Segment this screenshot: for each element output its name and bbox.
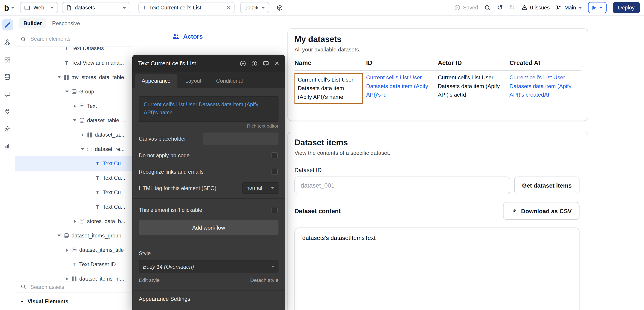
elements-panel: Builder Responsive Text Datasets xyxy=(15,16,132,310)
clickable-checkbox[interactable] xyxy=(272,207,278,213)
tree-chevron-icon[interactable] xyxy=(56,74,63,80)
rich-text-editor[interactable]: Current cell's List User Datasets data i… xyxy=(139,96,278,122)
inspector-header[interactable]: Text Current cell's List ✕ xyxy=(132,55,285,72)
tree-item[interactable]: Text View and mana... xyxy=(15,56,132,70)
redo-icon[interactable]: ↻ xyxy=(509,4,515,11)
tree-item[interactable]: my_stores_data_table xyxy=(15,70,132,84)
dataset-content-text: datasets's datasetItemsText xyxy=(302,235,376,241)
tree-chevron-icon[interactable] xyxy=(79,146,86,152)
tree-chevron-icon[interactable] xyxy=(71,103,78,109)
html-tag-select[interactable]: normal xyxy=(242,182,278,194)
comment-icon[interactable] xyxy=(263,60,269,66)
tree-item[interactable]: Text Datasets xyxy=(15,47,132,56)
tree-item[interactable]: Text Cu... xyxy=(15,156,132,171)
tree-chevron-icon[interactable] xyxy=(56,60,63,66)
download-csv-button[interactable]: Download as CSV xyxy=(503,202,580,220)
cell-id[interactable]: Current cell's List User Datasets data i… xyxy=(366,74,438,104)
design-mode-button[interactable] xyxy=(2,19,13,30)
page-selector[interactable]: datasets xyxy=(62,2,130,13)
tree-chevron-icon[interactable] xyxy=(63,261,71,267)
tree-item[interactable]: dataset_re... xyxy=(15,142,132,156)
dataset-id-input[interactable] xyxy=(294,177,510,194)
preview-run-button[interactable] xyxy=(588,2,606,13)
undo-icon[interactable]: ↺ xyxy=(497,4,503,11)
tree-chevron-icon[interactable] xyxy=(71,117,78,123)
tree-chevron-icon[interactable] xyxy=(56,47,63,52)
search-assets-input[interactable] xyxy=(30,283,126,290)
close-icon[interactable]: ✕ xyxy=(226,5,230,10)
tree-item[interactable]: stores_data_b... xyxy=(15,214,132,228)
element-tab[interactable]: T Text Current cell's List ✕ xyxy=(138,2,235,13)
tree-chevron-icon[interactable] xyxy=(86,204,94,210)
tab-layout[interactable]: Layout xyxy=(178,74,208,88)
tree-item[interactable]: Text Cu... xyxy=(15,185,132,200)
clickable-label: This element isn't clickable xyxy=(139,207,202,213)
data-mode-button[interactable] xyxy=(2,71,13,82)
zoom-selector[interactable]: 100% xyxy=(240,2,269,13)
tab-conditional[interactable]: Conditional xyxy=(209,74,250,88)
tree-chevron-icon[interactable] xyxy=(71,218,78,224)
rows-element-icon xyxy=(63,232,70,239)
branch-selector[interactable]: Main xyxy=(556,5,582,11)
deploy-button[interactable]: Deploy xyxy=(612,2,640,13)
tree-chevron-icon[interactable] xyxy=(63,275,71,281)
tree-chevron-icon[interactable] xyxy=(63,88,71,95)
visual-elements-section[interactable]: Visual Elements xyxy=(15,292,132,310)
tree-item[interactable]: Text Dataset ID xyxy=(15,257,132,272)
tree-chevron-icon[interactable] xyxy=(63,247,71,253)
tree-item[interactable]: dataset_items_in... xyxy=(15,272,132,281)
actors-nav-link[interactable]: Actors xyxy=(172,33,203,40)
bbcode-checkbox[interactable] xyxy=(272,152,278,158)
tree-chevron-icon[interactable] xyxy=(86,189,94,196)
plugins-mode-button[interactable] xyxy=(2,106,13,117)
tree-chevron-icon[interactable] xyxy=(56,232,63,239)
tree-item[interactable]: Text Cu... xyxy=(15,200,132,214)
tree-item[interactable]: dataset_table_... xyxy=(15,113,132,128)
package-icon[interactable] xyxy=(276,4,283,11)
detach-style-link[interactable]: Detach style xyxy=(250,277,278,283)
dataset-content-row: Dataset content Download as CSV xyxy=(294,202,581,220)
columns-element-icon xyxy=(63,74,70,80)
cell-actor-id[interactable]: Current cell's List User Datasets data i… xyxy=(438,74,510,104)
tree-chevron-icon[interactable] xyxy=(86,160,94,167)
text-element-icon xyxy=(63,47,70,52)
tree-item[interactable]: dataset_items_title xyxy=(15,243,132,257)
style-select[interactable]: Body 14 (Overridden) xyxy=(139,260,278,273)
dataset-content-box[interactable]: datasets's datasetItemsText xyxy=(294,228,580,310)
cell-name-selected[interactable]: Current cell's List User Datasets data i… xyxy=(294,73,363,104)
tab-responsive[interactable]: Responsive xyxy=(49,18,84,29)
cell-created-at[interactable]: Current cell's List User Datasets data i… xyxy=(510,74,581,104)
issues-count: 0 issues xyxy=(530,5,550,11)
add-workflow-button[interactable]: Add workflow xyxy=(139,220,278,235)
bar-chart-icon xyxy=(4,143,10,149)
run-preview-icon[interactable] xyxy=(240,60,246,66)
workflow-mode-button[interactable] xyxy=(2,37,13,48)
tree-chevron-icon[interactable] xyxy=(86,175,94,181)
search-icon xyxy=(21,36,26,42)
search-icon[interactable] xyxy=(484,4,491,11)
canvas-placeholder-input[interactable] xyxy=(204,132,278,145)
search-elements-input[interactable] xyxy=(30,36,126,43)
edit-style-link[interactable]: Edit style xyxy=(139,277,160,283)
tab-appearance[interactable]: Appearance xyxy=(135,74,178,88)
close-icon[interactable]: ✕ xyxy=(274,60,279,66)
logs-mode-button[interactable] xyxy=(2,140,13,151)
recognize-links-checkbox[interactable] xyxy=(272,169,278,175)
get-dataset-items-button[interactable]: Get dataset items xyxy=(514,177,580,194)
settings-mode-button[interactable] xyxy=(2,123,13,134)
tree-item[interactable]: Text Cu... xyxy=(15,171,132,185)
appearance-settings-section[interactable]: Appearance Settings xyxy=(132,290,285,307)
platform-selector[interactable]: Web xyxy=(20,2,58,13)
tree-item[interactable]: Group xyxy=(15,84,132,99)
tree-item[interactable]: dataset_items_group xyxy=(15,228,132,243)
comments-mode-button[interactable] xyxy=(2,88,13,99)
issues-indicator[interactable]: 0 issues xyxy=(521,5,550,11)
tab-builder[interactable]: Builder xyxy=(19,18,46,29)
tree-item[interactable]: Text xyxy=(15,99,132,113)
top-toolbar: b Web datasets T Text Current cell's Lis… xyxy=(0,0,644,16)
info-icon[interactable] xyxy=(251,60,258,66)
components-mode-button[interactable] xyxy=(2,54,13,65)
tree-item[interactable]: dataset_ta... xyxy=(15,128,132,142)
tree-chevron-icon[interactable] xyxy=(79,131,86,138)
app-menu[interactable]: b xyxy=(4,4,14,12)
